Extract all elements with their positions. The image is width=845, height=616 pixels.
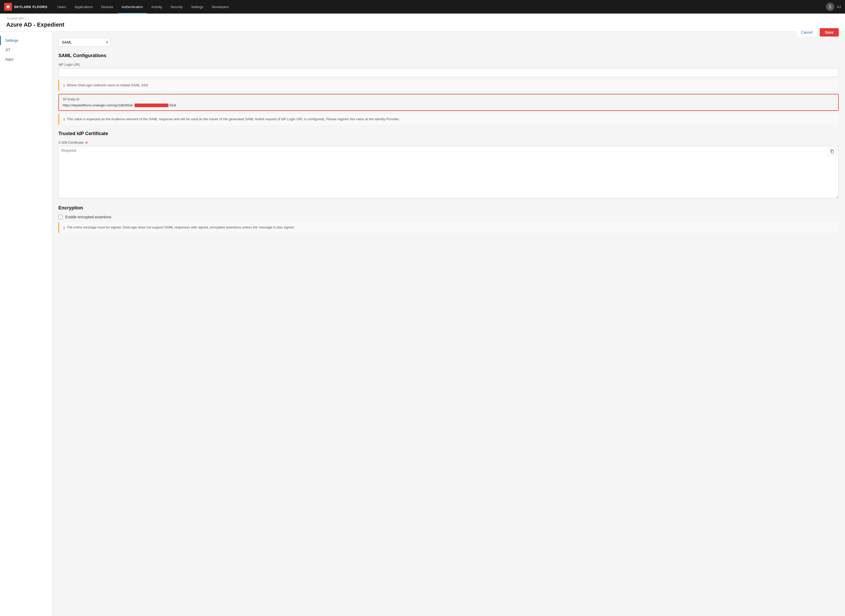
copy-button[interactable] (828, 148, 837, 156)
nav-item-devices[interactable]: Devices (98, 0, 117, 13)
sidebar-item-settings[interactable]: Settings (0, 36, 52, 45)
protocol-dropdown-wrapper: SAML OIDC (59, 38, 839, 47)
enable-encrypted-assertions-label[interactable]: Enable encrypted assertions (65, 215, 111, 219)
sidebar-item-jit[interactable]: JIT (0, 45, 52, 54)
nav-items: UsersApplicationsDevicesAuthenticationAc… (54, 0, 826, 13)
avatar-icon (827, 4, 833, 9)
idp-login-url-field: IdP Login URL ℹ Where OneLogin redirects… (59, 63, 839, 91)
page-actions: Cancel Save (797, 28, 839, 37)
sp-entity-id-label: SP Entity ID (63, 98, 835, 101)
sp-entity-id-value: https://skylarkfloors.onelogin.com/sp/1d… (63, 103, 835, 107)
x509-label: X.509 Certificate ★ (59, 141, 839, 144)
encryption-info-icon: ℹ (63, 226, 65, 230)
encryption-title: Encryption (59, 205, 839, 211)
sp-entity-id-info: ℹ This value is expected as the Audience… (59, 114, 839, 125)
username: AJ (837, 5, 841, 9)
encryption-info-text: The entire message must be signed. OneLo… (67, 225, 295, 229)
x509-textarea-wrapper (59, 146, 839, 199)
logo-icon (4, 3, 12, 11)
sp-entity-redacted (135, 104, 169, 107)
nav-item-developers[interactable]: Developers (208, 0, 232, 13)
logo-text: SKYLARK FLOORS (14, 5, 47, 9)
breadcrumb-parent[interactable]: Trusted IdPs (7, 17, 25, 21)
encryption-info: ℹ The entire message must be signed. One… (59, 222, 839, 233)
home-icon (6, 4, 10, 9)
idp-login-url-info: ℹ Where OneLogin redirects users to init… (59, 80, 839, 91)
nav-item-authentication[interactable]: Authentication (118, 0, 147, 13)
sidebar-item-apps[interactable]: Apps (0, 54, 52, 64)
copy-icon (830, 150, 834, 154)
cancel-button[interactable]: Cancel (797, 28, 817, 37)
nav-item-users[interactable]: Users (54, 0, 70, 13)
info-icon: ℹ (63, 84, 65, 88)
logo[interactable]: SKYLARK FLOORS (4, 3, 47, 11)
trusted-idp-certificate-title: Trusted IdP Certificate (59, 131, 839, 136)
avatar[interactable] (826, 3, 834, 11)
enable-encrypted-assertions-row: Enable encrypted assertions (59, 215, 839, 219)
x509-required-star: ★ (85, 141, 88, 144)
nav-right: AJ (826, 3, 841, 11)
sp-entity-suffix: 65af (170, 103, 176, 107)
nav-item-activity[interactable]: Activity (148, 0, 166, 13)
sp-entity-id-info-text: This value is expected as the Audience e… (67, 117, 400, 121)
sp-entity-id-field: SP Entity ID https://skylarkfloors.onelo… (59, 94, 839, 125)
x509-textarea[interactable] (59, 146, 839, 198)
x509-label-text: X.509 Certificate (59, 141, 84, 144)
protocol-select[interactable]: SAML OIDC (59, 38, 111, 47)
idp-login-url-info-text: Where OneLogin redirects users to initia… (67, 83, 148, 87)
nav-item-applications[interactable]: Applications (71, 0, 97, 13)
idp-login-url-label: IdP Login URL (59, 63, 839, 66)
sp-entity-prefix: https://skylarkfloors.onelogin.com/sp/1d… (63, 103, 133, 107)
layout: SettingsJITApps SAML OIDC SAML Configura… (0, 32, 845, 616)
saml-configurations-title: SAML Configurations (59, 53, 839, 59)
sp-entity-id-box: SP Entity ID https://skylarkfloors.onelo… (59, 94, 839, 111)
idp-login-url-input[interactable] (59, 68, 839, 77)
trusted-idp-certificate-section: Trusted IdP Certificate X.509 Certificat… (59, 131, 839, 199)
sp-entity-info-icon: ℹ (63, 117, 65, 122)
dropdown-wrapper: SAML OIDC (59, 38, 111, 47)
nav-item-settings[interactable]: Settings (187, 0, 207, 13)
main-content: SAML OIDC SAML Configurations IdP Login … (52, 32, 845, 616)
breadcrumb-separator: / (26, 17, 26, 21)
sidebar: SettingsJITApps (0, 32, 52, 616)
encryption-section: Encryption Enable encrypted assertions ℹ… (59, 205, 839, 233)
svg-point-0 (829, 5, 831, 7)
navigation: SKYLARK FLOORS UsersApplicationsDevicesA… (0, 0, 845, 13)
nav-item-security[interactable]: Security (167, 0, 186, 13)
enable-encrypted-assertions-checkbox[interactable] (59, 215, 63, 219)
saml-configurations-section: SAML Configurations IdP Login URL ℹ Wher… (59, 53, 839, 125)
breadcrumb[interactable]: Trusted IdPs / (6, 17, 839, 21)
page-title: Azure AD - Expedient (6, 21, 839, 31)
save-button[interactable]: Save (820, 28, 839, 37)
